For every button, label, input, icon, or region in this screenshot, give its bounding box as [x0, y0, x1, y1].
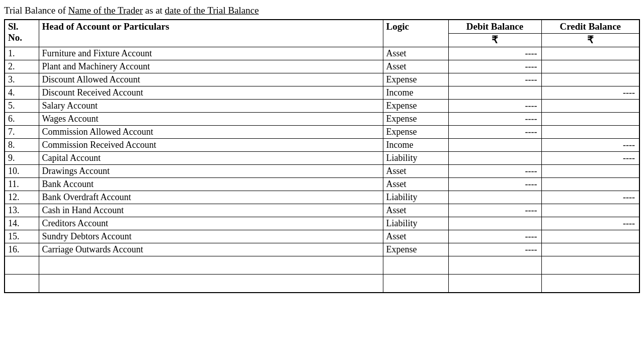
table-row: 6.Wages AccountExpense----	[5, 113, 639, 126]
row-debit	[448, 86, 541, 100]
row-credit: ----	[541, 86, 639, 100]
row-credit	[541, 100, 639, 113]
row-sl: 7.	[5, 126, 39, 139]
row-debit: ----	[448, 165, 541, 178]
table-row: 8.Commission Received AccountIncome----	[5, 139, 639, 152]
row-head: Bank Account	[39, 178, 383, 191]
row-debit: ----	[448, 126, 541, 139]
table-row: 14.Creditors AccountLiability----	[5, 217, 639, 230]
col-credit-header: Credit Balance	[541, 20, 639, 34]
row-sl: 3.	[5, 73, 39, 86]
row-credit	[541, 243, 639, 256]
row-credit	[541, 113, 639, 126]
row-logic: Income	[383, 139, 448, 152]
row-debit	[448, 139, 541, 152]
table-row: 11.Bank AccountAsset----	[5, 178, 639, 191]
row-credit	[541, 230, 639, 243]
trial-balance-table: Sl.No. Head of Account or Particulars Lo…	[4, 19, 640, 293]
row-credit	[541, 126, 639, 139]
row-head: Creditors Account	[39, 217, 383, 230]
col-sl-header: Sl.No.	[5, 20, 39, 47]
row-logic: Asset	[383, 165, 448, 178]
table-row: 5.Salary AccountExpense----	[5, 100, 639, 113]
table-row: 15.Sundry Debtors AccountAsset----	[5, 230, 639, 243]
row-credit	[541, 47, 639, 60]
row-logic: Liability	[383, 191, 448, 204]
row-credit	[541, 204, 639, 217]
row-head: Drawings Account	[39, 165, 383, 178]
empty-row	[5, 275, 639, 293]
row-logic: Expense	[383, 126, 448, 139]
table-row: 4.Discount Received AccountIncome----	[5, 86, 639, 100]
row-sl: 14.	[5, 217, 39, 230]
col-debit-header: Debit Balance	[448, 20, 541, 34]
row-sl: 2.	[5, 60, 39, 73]
row-logic: Asset	[383, 60, 448, 73]
row-sl: 11.	[5, 178, 39, 191]
table-row: 9.Capital AccountLiability----	[5, 152, 639, 165]
row-credit: ----	[541, 139, 639, 152]
row-head: Cash in Hand Account	[39, 204, 383, 217]
row-head: Commission Allowed Account	[39, 126, 383, 139]
row-logic: Liability	[383, 217, 448, 230]
row-head: Carriage Outwards Account	[39, 243, 383, 256]
row-sl: 13.	[5, 204, 39, 217]
row-debit: ----	[448, 230, 541, 243]
row-sl: 16.	[5, 243, 39, 256]
row-debit: ----	[448, 178, 541, 191]
row-sl: 9.	[5, 152, 39, 165]
col-credit-rupee: ₹	[541, 34, 639, 47]
title-date: date of the Trial Balance	[165, 5, 259, 16]
row-debit: ----	[448, 100, 541, 113]
row-logic: Liability	[383, 152, 448, 165]
row-head: Commission Received Account	[39, 139, 383, 152]
row-sl: 15.	[5, 230, 39, 243]
row-sl: 4.	[5, 86, 39, 100]
table-row: 7.Commission Allowed AccountExpense----	[5, 126, 639, 139]
row-logic: Asset	[383, 230, 448, 243]
table-row: 10.Drawings AccountAsset----	[5, 165, 639, 178]
row-head: Salary Account	[39, 100, 383, 113]
row-logic: Asset	[383, 204, 448, 217]
row-sl: 1.	[5, 47, 39, 60]
table-row: 2.Plant and Machinery AccountAsset----	[5, 60, 639, 73]
row-debit	[448, 191, 541, 204]
row-debit: ----	[448, 113, 541, 126]
col-head-header: Head of Account or Particulars	[39, 20, 383, 47]
title-middle: as at	[143, 5, 165, 16]
row-head: Capital Account	[39, 152, 383, 165]
table-row: 13.Cash in Hand AccountAsset----	[5, 204, 639, 217]
col-logic-header: Logic	[383, 20, 448, 47]
title-prefix: Trial Balance of	[4, 5, 68, 16]
row-logic: Income	[383, 86, 448, 100]
row-logic: Expense	[383, 243, 448, 256]
row-debit: ----	[448, 73, 541, 86]
row-credit: ----	[541, 152, 639, 165]
row-head: Discount Allowed Account	[39, 73, 383, 86]
header-row-1: Sl.No. Head of Account or Particulars Lo…	[5, 20, 639, 34]
row-credit: ----	[541, 191, 639, 204]
row-sl: 12.	[5, 191, 39, 204]
row-head: Wages Account	[39, 113, 383, 126]
row-sl: 5.	[5, 100, 39, 113]
row-head: Discount Received Account	[39, 86, 383, 100]
row-logic: Expense	[383, 73, 448, 86]
table-row: 12.Bank Overdraft AccountLiability----	[5, 191, 639, 204]
row-sl: 10.	[5, 165, 39, 178]
row-debit: ----	[448, 204, 541, 217]
table-body: 1.Furniture and Fixture AccountAsset----…	[5, 47, 639, 293]
row-head: Sundry Debtors Account	[39, 230, 383, 243]
row-credit	[541, 165, 639, 178]
page-title: Trial Balance of Name of the Trader as a…	[4, 5, 640, 16]
row-credit	[541, 60, 639, 73]
row-credit	[541, 178, 639, 191]
row-debit	[448, 217, 541, 230]
row-logic: Expense	[383, 113, 448, 126]
col-debit-rupee: ₹	[448, 34, 541, 47]
row-head: Furniture and Fixture Account	[39, 47, 383, 60]
table-row: 16.Carriage Outwards AccountExpense----	[5, 243, 639, 256]
row-sl: 8.	[5, 139, 39, 152]
row-head: Bank Overdraft Account	[39, 191, 383, 204]
table-row: 1.Furniture and Fixture AccountAsset----	[5, 47, 639, 60]
row-debit: ----	[448, 243, 541, 256]
